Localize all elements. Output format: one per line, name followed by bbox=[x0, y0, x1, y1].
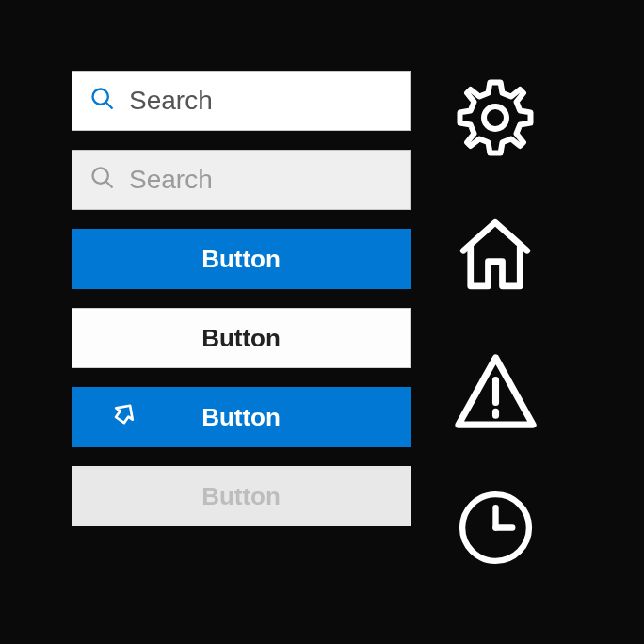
button-label: Button bbox=[201, 245, 281, 274]
search-icon bbox=[89, 86, 116, 116]
warning-icon bbox=[448, 344, 542, 438]
button-label: Button bbox=[201, 324, 281, 353]
icons-column bbox=[448, 71, 542, 588]
search-placeholder: Search bbox=[129, 165, 213, 195]
search-placeholder: Search bbox=[129, 86, 213, 116]
svg-point-4 bbox=[484, 106, 507, 129]
svg-line-3 bbox=[106, 182, 113, 188]
search-icon bbox=[89, 165, 116, 195]
primary-button[interactable]: Button bbox=[72, 229, 411, 289]
button-label: Button bbox=[201, 403, 281, 432]
clock-icon bbox=[448, 480, 542, 574]
svg-line-1 bbox=[106, 103, 113, 109]
icon-primary-button[interactable]: Button bbox=[72, 387, 411, 447]
button-label: Button bbox=[201, 482, 281, 511]
disabled-button: Button bbox=[72, 466, 411, 526]
search-input-disabled: Search bbox=[72, 150, 411, 210]
svg-point-0 bbox=[93, 89, 108, 105]
search-input-active[interactable]: Search bbox=[72, 71, 411, 131]
secondary-button[interactable]: Button bbox=[72, 308, 411, 368]
svg-point-2 bbox=[93, 169, 108, 184]
gear-icon bbox=[448, 71, 542, 165]
share-icon bbox=[109, 399, 139, 436]
home-icon bbox=[448, 207, 542, 301]
controls-column: Search Search Button Button Button Butto… bbox=[72, 71, 411, 588]
